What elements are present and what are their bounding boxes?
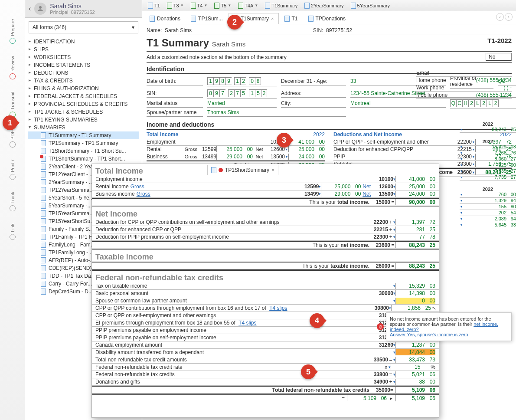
tab-nav: ‹ › [496, 13, 513, 21]
summary-amount: ▾7,26876 [460, 150, 516, 156]
tree-node[interactable]: TAX & CREDITS [28, 77, 139, 85]
slip-link[interactable]: T4 slips [237, 320, 258, 326]
workphone-value[interactable]: ( ) - [464, 85, 512, 91]
tree-node[interactable]: PROVINCIAL SCHEDULES & CREDITS [28, 100, 139, 108]
nav-prev-icon[interactable]: ‹ [496, 13, 504, 21]
nav-next-icon[interactable]: › [505, 13, 513, 21]
homephone-value[interactable]: (438) 555-1234 [464, 77, 512, 83]
summary-row[interactable]: Donations and gifts34900+▾8800 [92, 378, 439, 386]
summary-row[interactable]: Employment income10100▾41,00000 [92, 176, 439, 183]
user-role: Principal 897275152 [50, 10, 95, 15]
slip-link[interactable]: Net [361, 184, 372, 190]
rail-print[interactable]: Print / [10, 160, 16, 180]
tree-leaf[interactable]: TP1Summary - TP1 Summary [28, 139, 139, 147]
slip-link[interactable]: Gross [135, 191, 152, 197]
tree-leaf-label: TP1FamilyLong - ... [49, 249, 94, 256]
tree-leaf[interactable]: T1ShortSummary - T1 Short Su... [28, 147, 139, 155]
summary-row[interactable]: Rental incomeGross12599▾25,00000Net12600… [92, 183, 439, 190]
year-label: 2022 [460, 139, 516, 144]
tree-leaf-label: AFR(REP) - Auto-... [49, 257, 94, 263]
forms-selector[interactable]: All forms (346) ▾ [29, 21, 138, 33]
sin2-value[interactable]: 897275152 [207, 89, 277, 98]
toolbar-button[interactable]: T4▼ [188, 1, 211, 10]
tree-leaf-label: 5YearSummary -... [49, 203, 92, 209]
dob-value[interactable]: 19891208 [207, 76, 277, 86]
toolbar-button[interactable]: T4A▼ [235, 1, 261, 10]
tree-leaf-label: 2YearSummary - ... [49, 179, 93, 185]
rail-review[interactable]: Review [10, 56, 16, 79]
back-button[interactable]: ‹ [29, 5, 31, 13]
close-icon[interactable]: × [271, 167, 274, 173]
toolbar-button[interactable]: T5▼ [211, 1, 234, 10]
summary-row[interactable]: Disability amount transferred from a dep… [92, 349, 439, 356]
summary-row[interactable]: Federal non-refundable tax credits33800=… [92, 371, 439, 378]
toolbar-button[interactable]: T1 [145, 1, 163, 10]
tree-node[interactable]: TP1 JACKET & SCHEDULES [28, 108, 139, 116]
postal-value[interactable]: QCH2L2L2 [450, 98, 516, 108]
document-icon [284, 16, 290, 22]
tree-node[interactable]: SLIPS [28, 46, 139, 53]
tree-node[interactable]: FEDERAL JACKET & SCHEDULES [28, 92, 139, 100]
document-icon [167, 3, 172, 9]
income-row[interactable]: Employment10100▾41,00000 [147, 138, 325, 146]
summary-row[interactable]: Spouse or common-law partner amount▾000 [92, 297, 439, 305]
slip-link[interactable]: T4 slips [268, 305, 289, 311]
tree-node[interactable]: TP1 KEYING SUMMARIES [28, 116, 139, 124]
summary-row[interactable]: Deduction for PPIP premiums on self-empl… [92, 233, 439, 241]
marital-value[interactable]: Married [207, 99, 277, 108]
income-row[interactable]: RentalGross1259925,00000Net12600▾25,0000… [147, 146, 325, 153]
doc-tab[interactable]: T1 [280, 13, 303, 24]
close-icon[interactable]: × [271, 16, 274, 21]
chevron-down-icon: ▾ [132, 24, 134, 30]
document-icon [41, 257, 46, 263]
tree-node[interactable]: WORKSHEETS [28, 53, 139, 61]
rail-pdf[interactable]: PDF [10, 130, 16, 148]
document-icon [41, 249, 46, 256]
error-badge-icon [219, 168, 223, 172]
tree-leaf[interactable]: TP1ShortSummary - TP1 Short... [28, 155, 139, 163]
summary-row[interactable]: Deduction for enhanced CPP or QPP22215+▾… [92, 226, 439, 233]
rail-track[interactable]: Track [10, 192, 16, 211]
tree-node[interactable]: INCOME STATEMENTS [28, 61, 139, 69]
tree-node[interactable]: DEDUCTIONS [28, 69, 139, 77]
overlay-tab[interactable]: TP1ShortSummary × [207, 165, 278, 175]
slip-link[interactable]: Gross [129, 184, 146, 190]
slip-link[interactable]: Net [361, 191, 372, 197]
toolbar-button[interactable]: T1Summary [262, 1, 300, 10]
rail-link[interactable]: Link [10, 223, 16, 240]
summary-row[interactable]: Basic personal amount30000▾14,39800 [92, 290, 439, 297]
tree-leaf-label: T1Summary - T1 Summary [49, 132, 111, 138]
tree-leaf-label: 5YearShort - 5 Ye... [49, 195, 94, 201]
summary-row[interactable]: Deduction for CPP or QPP contributions o… [92, 219, 439, 226]
total-income-header: Total Income [147, 131, 178, 138]
tree-node[interactable]: FILING & AUTHORIZATION [28, 85, 139, 92]
rail-transmit[interactable]: Transmit [10, 92, 16, 118]
tree-leaf[interactable]: T1Summary - T1 Summary [28, 131, 139, 139]
toolbar-button[interactable]: 5YearSummary [348, 1, 393, 10]
income-row[interactable]: BusinessGross1349929,00000Net13500▾24,00… [147, 153, 325, 161]
mobilephone-value[interactable]: (438) 555-1234 [464, 92, 512, 98]
summary-row[interactable]: Canada employment amount31260▾1,28700 [92, 341, 439, 349]
spouse-value[interactable]: Thomas Sims [207, 108, 346, 117]
summary-row[interactable]: Total non-refundable tax credit amounts3… [92, 356, 439, 364]
rail-prepare[interactable]: Prepare [10, 19, 16, 44]
dob-label: Date of birth: [147, 77, 203, 85]
doc-tab[interactable]: TPDonations [304, 13, 350, 24]
tree-node[interactable]: IDENTIFICATION [28, 38, 139, 46]
doc-tab[interactable]: TP1Sum... [186, 13, 228, 24]
document-icon [41, 203, 46, 209]
doc-tab[interactable]: Donations [145, 13, 185, 24]
toolbar-button[interactable]: T3▼ [164, 1, 187, 10]
toolbar-button[interactable]: 2YearSummary [301, 1, 346, 10]
tree-node-summaries[interactable]: SUMMARIES [28, 124, 139, 131]
tree-leaf-label: TDD - TP1 Tax Da... [49, 273, 95, 279]
summary-row[interactable]: Federal non-refundable tax credit ratex▾… [92, 364, 439, 371]
summary-row[interactable]: CPP or QPP contributions through employm… [92, 305, 439, 312]
summary-row[interactable]: Tax on taxable income▾15,32903 [92, 282, 439, 290]
document-icon [308, 16, 314, 22]
note-value[interactable]: No [486, 53, 512, 61]
summary-row[interactable]: Business incomeGross13499▾29,00000Net135… [92, 190, 439, 198]
document-icon [150, 16, 155, 22]
city-value[interactable]: Montreal [350, 99, 446, 108]
tip-link-2[interactable]: Answer Yes, spouse's income is zero [390, 332, 468, 337]
